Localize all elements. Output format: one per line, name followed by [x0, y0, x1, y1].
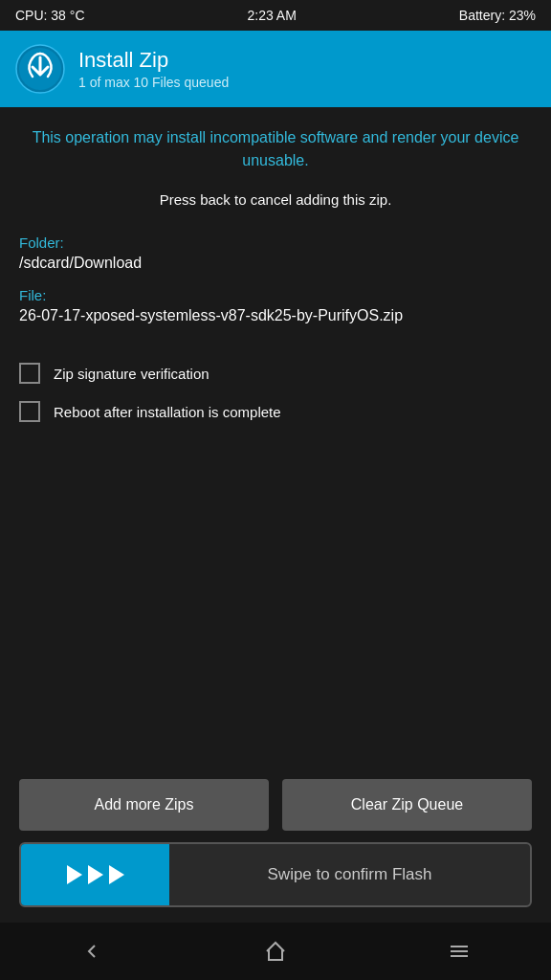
arrow-icon-2	[88, 865, 103, 884]
add-more-zips-button[interactable]: Add more Zips	[19, 779, 269, 831]
swipe-handle[interactable]	[21, 844, 169, 905]
checkbox-section: Zip signature verification Reboot after …	[19, 363, 532, 422]
cpu-status: CPU: 38 °C	[15, 8, 85, 23]
file-section: File: 26-07-17-xposed-systemless-v87-sdk…	[19, 287, 532, 324]
swipe-arrows	[67, 865, 124, 884]
header: Install Zip 1 of max 10 Files queued	[0, 31, 551, 107]
home-nav-icon	[264, 940, 287, 963]
back-nav-icon	[80, 940, 103, 963]
folder-label: Folder:	[19, 234, 532, 251]
swipe-confirm-area[interactable]: Swipe to confirm Flash	[19, 842, 532, 907]
reboot-label: Reboot after installation is complete	[54, 404, 281, 420]
folder-section: Folder: /sdcard/Download	[19, 234, 532, 272]
swipe-label: Swipe to confirm Flash	[169, 865, 530, 884]
buttons-area: Add more Zips Clear Zip Queue	[0, 764, 551, 842]
status-bar: CPU: 38 °C 2:23 AM Battery: 23%	[0, 0, 551, 31]
warning-text: This operation may install incompatible …	[19, 126, 532, 172]
file-label: File:	[19, 287, 532, 303]
main-content: This operation may install incompatible …	[0, 107, 551, 764]
menu-nav-icon	[448, 940, 471, 963]
install-zip-icon	[15, 44, 65, 94]
arrow-icon-3	[109, 865, 124, 884]
folder-value: /sdcard/Download	[19, 255, 532, 272]
home-nav-button[interactable]	[245, 930, 306, 972]
battery-status: Battery: 23%	[459, 8, 536, 23]
time-status: 2:23 AM	[247, 8, 296, 23]
back-nav-button[interactable]	[61, 930, 122, 972]
file-value: 26-07-17-xposed-systemless-v87-sdk25-by-…	[19, 307, 532, 324]
header-subtitle: 1 of max 10 Files queued	[78, 75, 229, 90]
reboot-checkbox[interactable]	[19, 401, 40, 422]
zip-signature-label: Zip signature verification	[54, 366, 209, 382]
back-instruction: Press back to cancel adding this zip.	[19, 191, 532, 208]
clear-zip-queue-button[interactable]: Clear Zip Queue	[282, 779, 532, 831]
menu-nav-button[interactable]	[429, 930, 490, 972]
header-text: Install Zip 1 of max 10 Files queued	[78, 48, 229, 90]
arrow-icon-1	[67, 865, 82, 884]
zip-signature-checkbox[interactable]	[19, 363, 40, 384]
zip-signature-row[interactable]: Zip signature verification	[19, 363, 532, 384]
header-title: Install Zip	[78, 48, 229, 73]
nav-bar	[0, 923, 551, 980]
reboot-row[interactable]: Reboot after installation is complete	[19, 401, 532, 422]
